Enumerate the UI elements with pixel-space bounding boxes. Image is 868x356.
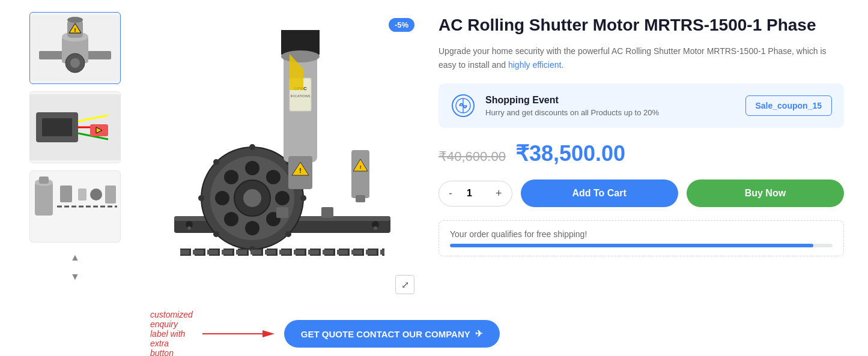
- shipping-progress-bar: [450, 244, 833, 247]
- svg-point-44: [224, 212, 238, 226]
- svg-point-54: [213, 159, 219, 165]
- event-subtitle: Hurry and get discounts on all Products …: [485, 108, 736, 117]
- svg-text:!: !: [360, 164, 362, 170]
- svg-point-34: [374, 226, 377, 230]
- svg-point-50: [249, 144, 255, 150]
- product-description: Upgrade your home security with the powe…: [439, 44, 844, 71]
- shipping-box: Your order qualifies for free shipping!: [439, 220, 844, 256]
- shopping-event-banner: Shopping Event Hurry and get discounts o…: [439, 83, 844, 128]
- svg-text:IFICATIONS: IFICATIONS: [290, 94, 310, 98]
- svg-point-26: [90, 189, 102, 201]
- svg-point-51: [285, 231, 291, 237]
- svg-rect-22: [39, 176, 49, 184]
- svg-rect-28: [156, 30, 408, 282]
- annotation-arrow: [202, 327, 275, 341]
- price-new: ₹38,500.00: [515, 141, 625, 166]
- expand-icon[interactable]: ⤢: [395, 275, 414, 294]
- qty-input[interactable]: [462, 188, 486, 199]
- shipping-text: Your order qualifies for free shipping!: [450, 229, 833, 239]
- main-product-image: SPEC IFICATIONS ! !: [156, 30, 408, 282]
- thumb-image-3: [30, 173, 120, 240]
- discount-badge: -5%: [389, 18, 414, 32]
- svg-rect-24: [60, 186, 72, 202]
- buy-now-button[interactable]: Buy Now: [687, 180, 844, 207]
- svg-point-45: [266, 170, 281, 184]
- svg-point-38: [243, 189, 261, 207]
- cart-row: - + Add To Cart Buy Now: [439, 180, 844, 207]
- svg-point-52: [213, 231, 219, 237]
- svg-point-61: [281, 50, 320, 62]
- svg-point-40: [215, 191, 229, 205]
- desc-highlight: highly efficient.: [508, 60, 563, 70]
- svg-point-42: [245, 161, 259, 175]
- coupon-code[interactable]: Sale_coupon_15: [745, 95, 833, 116]
- main-image-section: -5%: [144, 12, 420, 356]
- svg-point-10: [70, 58, 80, 68]
- main-image-container: -5%: [144, 12, 420, 300]
- thumbnail-2[interactable]: [29, 91, 121, 163]
- desc-part1: Upgrade your home security with the powe…: [439, 46, 794, 56]
- send-icon: ✈: [475, 328, 483, 339]
- svg-rect-71: [351, 150, 369, 198]
- get-quote-label: GET QUOTE CONTACT OUR COMPANY: [301, 329, 470, 339]
- svg-marker-78: [263, 330, 275, 337]
- svg-rect-27: [105, 186, 116, 204]
- thumb-image-2: [30, 94, 120, 160]
- svg-text:!: !: [299, 167, 301, 174]
- svg-rect-76: [321, 207, 333, 218]
- thumb-next-button[interactable]: ▼: [65, 269, 85, 285]
- qty-decrease-button[interactable]: -: [439, 181, 462, 206]
- svg-point-46: [224, 170, 238, 184]
- thumbnail-1[interactable]: !: [29, 12, 121, 84]
- svg-rect-75: [276, 207, 288, 218]
- thumbnail-3[interactable]: [29, 170, 121, 243]
- event-title: Shopping Event: [485, 95, 736, 106]
- product-details: AC Rolling Shutter Motor MRTRS-1500-1 Ph…: [439, 12, 844, 356]
- svg-point-6: [67, 17, 83, 23]
- thumbnail-nav: ▲ ▼: [65, 250, 85, 285]
- svg-point-33: [187, 226, 191, 230]
- price-row: ₹40,600.00 ₹38,500.00: [439, 141, 844, 166]
- svg-text:!: !: [74, 27, 76, 33]
- annotation-row: customized enquiry label with extra butt…: [144, 310, 420, 356]
- shopping-event-icon: [451, 93, 476, 118]
- svg-rect-20: [35, 183, 53, 216]
- shipping-bar-fill: [450, 244, 813, 247]
- price-old: ₹40,600.00: [439, 149, 506, 164]
- add-to-cart-button[interactable]: Add To Cart: [521, 180, 678, 207]
- thumbnail-column: !: [24, 12, 126, 356]
- svg-point-48: [198, 195, 204, 201]
- svg-rect-74: [356, 195, 365, 202]
- thumb-image-1: !: [30, 15, 120, 81]
- qty-increase-button[interactable]: +: [486, 181, 512, 206]
- svg-point-39: [275, 191, 290, 205]
- thumb-prev-button[interactable]: ▲: [65, 250, 85, 265]
- svg-point-47: [300, 195, 306, 201]
- annotation-label: customized enquiry label with extra butt…: [150, 310, 193, 356]
- get-quote-button[interactable]: GET QUOTE CONTACT OUR COMPANY ✈: [284, 320, 500, 348]
- quantity-control: - +: [439, 181, 512, 207]
- svg-rect-13: [42, 118, 72, 136]
- event-text-block: Shopping Event Hurry and get discounts o…: [485, 95, 736, 117]
- product-title: AC Rolling Shutter Motor MRTRS-1500-1 Ph…: [439, 14, 844, 36]
- svg-rect-25: [78, 189, 86, 201]
- svg-point-41: [245, 221, 259, 235]
